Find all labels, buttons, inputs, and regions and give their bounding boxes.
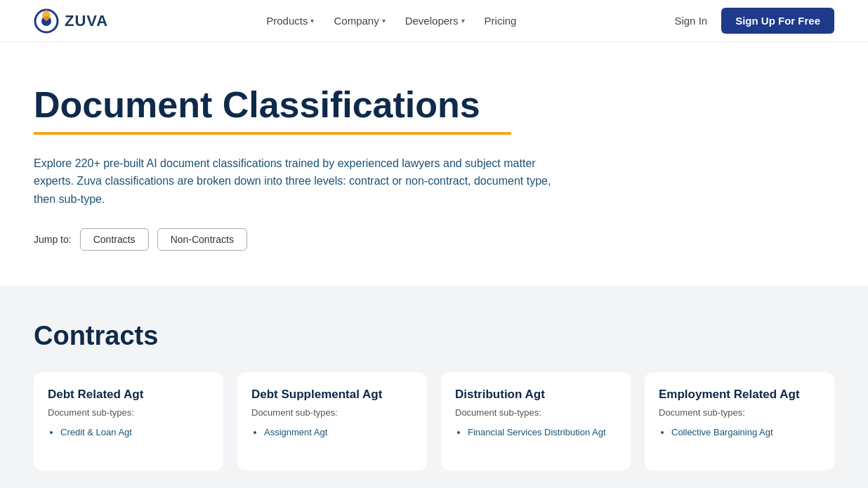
logo-text: ZUVA	[65, 12, 108, 30]
contract-card-1: Debt Supplemental Agt Document sub-types…	[237, 372, 427, 470]
nav-pricing[interactable]: Pricing	[485, 15, 517, 27]
nav-company[interactable]: Company ▾	[334, 15, 385, 27]
nav-developers[interactable]: Developers ▾	[405, 15, 465, 27]
card-title-1: Debt Supplemental Agt	[251, 388, 413, 402]
card-title-0: Debt Related Agt	[48, 388, 209, 402]
title-underline	[34, 132, 511, 135]
jump-to-section: Jump to: Contracts Non-Contracts	[34, 228, 598, 251]
card-subtitle-3: Document sub-types:	[659, 407, 820, 418]
card-list-0: Credit & Loan Agt	[48, 425, 209, 440]
chevron-down-icon: ▾	[310, 17, 314, 25]
jump-contracts-button[interactable]: Contracts	[80, 228, 149, 251]
list-item: Collective Bargaining Agt	[671, 425, 820, 440]
card-title-2: Distribution Agt	[455, 388, 617, 402]
chevron-down-icon: ▾	[382, 17, 386, 25]
contracts-cards-grid: Debt Related Agt Document sub-types: Cre…	[34, 372, 834, 470]
zuva-logo-icon	[34, 8, 59, 34]
contract-card-2: Distribution Agt Document sub-types: Fin…	[441, 372, 631, 470]
nav-products[interactable]: Products ▾	[266, 15, 314, 27]
jump-to-label: Jump to:	[34, 234, 72, 245]
card-list-3: Collective Bargaining Agt	[659, 425, 820, 440]
logo[interactable]: ZUVA	[34, 8, 108, 34]
list-item: Assignment Agt	[264, 425, 413, 440]
signup-button[interactable]: Sign Up For Free	[721, 8, 834, 34]
chevron-down-icon: ▾	[461, 17, 465, 25]
contracts-title: Contracts	[34, 321, 834, 351]
nav-actions: Sign In Sign Up For Free	[674, 8, 834, 34]
card-subtitle-1: Document sub-types:	[251, 407, 413, 418]
list-item: Credit & Loan Agt	[60, 425, 209, 440]
sign-in-link[interactable]: Sign In	[674, 15, 707, 27]
card-subtitle-2: Document sub-types:	[455, 407, 617, 418]
card-subtitle-0: Document sub-types:	[48, 407, 209, 418]
nav-links: Products ▾ Company ▾ Developers ▾ Pricin…	[266, 15, 516, 27]
hero-description: Explore 220+ pre-built AI document class…	[34, 154, 567, 209]
card-list-1: Assignment Agt	[251, 425, 413, 440]
card-title-3: Employment Related Agt	[659, 388, 820, 402]
navbar: ZUVA Products ▾ Company ▾ Developers ▾ P…	[0, 0, 868, 42]
card-list-2: Financial Services Distribution Agt	[455, 425, 617, 440]
contract-card-3: Employment Related Agt Document sub-type…	[645, 372, 834, 470]
jump-non-contracts-button[interactable]: Non-Contracts	[157, 228, 247, 251]
contract-card-0: Debt Related Agt Document sub-types: Cre…	[34, 372, 223, 470]
hero-section: Document Classifications Explore 220+ pr…	[0, 42, 868, 286]
page-title: Document Classifications	[34, 84, 598, 126]
contracts-section: Contracts Debt Related Agt Document sub-…	[0, 286, 868, 488]
list-item: Financial Services Distribution Agt	[468, 425, 617, 440]
